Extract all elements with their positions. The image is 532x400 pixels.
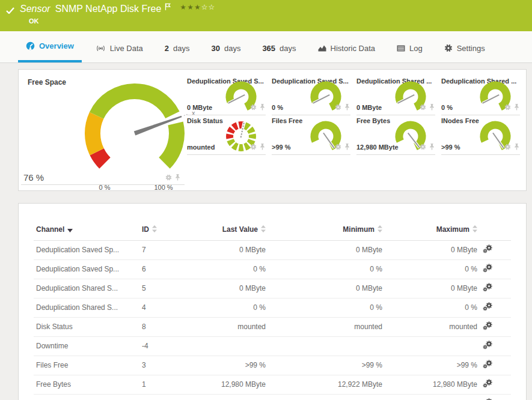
gear-icon (444, 44, 453, 52)
mini-gauge-value: 0 MByte (356, 104, 382, 111)
channel-settings-gears-icon[interactable] (483, 360, 493, 371)
channel-row[interactable]: Deduplication Saved Sp... 7 0 MByte 0 MB… (34, 241, 511, 260)
channel-row[interactable]: Files Free 3 >99 % >99 % >99 % (34, 356, 511, 375)
gauge-pin-icon[interactable] (429, 142, 435, 153)
cell-maximum: mounted (385, 318, 480, 337)
gauge-settings-gear-icon[interactable] (504, 142, 511, 153)
cell-id: 0 (139, 395, 190, 400)
priority-stars[interactable]: ★★★☆☆ (180, 3, 215, 11)
gauge-settings-gear-icon[interactable] (504, 102, 511, 113)
channel-settings-gears-icon[interactable] (483, 379, 493, 390)
channel-settings-gears-icon[interactable] (483, 302, 493, 313)
channel-row[interactable]: Downtime -4 (34, 337, 511, 356)
gauge-settings-gear-icon[interactable] (335, 102, 341, 113)
cell-maximum: 0 % (385, 298, 480, 318)
mini-gauge-value: 12,980 MByte (356, 144, 399, 151)
sensor-kind-label: Sensor (20, 4, 50, 14)
gauge-pin-icon[interactable] (513, 102, 520, 113)
mini-gauge-tile-free-bytes: Free Bytes 12,980 MByte (356, 115, 435, 155)
cell-id: 1 (139, 375, 190, 395)
mini-gauge-title: Disk Status (187, 117, 223, 124)
column-header-maximum[interactable]: Maximum (385, 222, 480, 241)
cell-channel: Files Free (34, 356, 139, 375)
cell-last-value: 76 % (190, 395, 268, 400)
cell-last-value: 0 MByte (190, 279, 268, 298)
gauge-settings-gear-icon[interactable] (420, 102, 426, 113)
cell-id: 6 (139, 260, 190, 279)
sort-icon (152, 225, 157, 234)
mini-gauge-value: 0 % (272, 104, 283, 111)
column-header-channel[interactable]: Channel (34, 222, 139, 241)
column-header-id[interactable]: ID (139, 222, 190, 241)
sort-desc-icon (67, 226, 73, 234)
tab-2-days[interactable]: 2 days (157, 31, 198, 62)
cell-minimum: 0 % (268, 260, 385, 279)
gauge-settings-gear-icon[interactable] (250, 102, 257, 113)
sort-icon (472, 225, 477, 234)
channel-settings-gears-icon[interactable] (483, 264, 493, 274)
tile-divider (441, 154, 520, 155)
channel-row[interactable]: Free Bytes 1 12,980 MByte 12,922 MByte 1… (34, 375, 511, 395)
channel-settings-gears-icon[interactable] (483, 321, 493, 332)
gauge-pin-icon[interactable] (429, 102, 435, 113)
cell-maximum: 12,980 MByte (385, 375, 480, 395)
channel-row[interactable]: Disk Status 8 mounted mounted mounted (34, 318, 511, 337)
priority-flag-icon[interactable] (165, 2, 171, 13)
gauge-settings-gear-icon[interactable] (250, 142, 257, 153)
star-filled-icon: ★ (180, 3, 187, 11)
star-empty-icon: ☆ (208, 3, 215, 11)
cell-minimum (268, 337, 385, 356)
mini-gauge-title: INodes Free (441, 117, 479, 124)
cell-channel: Disk Status (34, 318, 139, 337)
tab-settings[interactable]: Settings (436, 31, 493, 62)
cell-maximum (385, 337, 480, 356)
gauge-pin-icon[interactable] (259, 102, 266, 113)
tab-historic-data[interactable]: Historic Data (310, 31, 383, 62)
channels-panel: Channel ID Last Value Minimum Maximum De… (18, 203, 527, 400)
column-header-minimum[interactable]: Minimum (268, 222, 385, 241)
cell-maximum: >99 % (385, 356, 480, 375)
channels-table: Channel ID Last Value Minimum Maximum De… (34, 222, 511, 400)
tile-divider (356, 154, 435, 155)
cell-last-value: 0 MByte (190, 241, 268, 260)
gauge-pin-icon[interactable] (344, 142, 350, 153)
cell-id: -4 (139, 337, 190, 356)
mini-gauge-tile-deduplication-shared: Deduplication Shared ... 0 MByte (356, 76, 435, 115)
channel-settings-gears-icon[interactable] (483, 283, 493, 294)
cell-last-value (190, 337, 268, 356)
gauge-settings-gear-icon[interactable] (420, 142, 426, 153)
channel-settings-gears-icon[interactable] (483, 341, 493, 351)
star-empty-icon: ☆ (201, 3, 209, 11)
tab-overview[interactable]: Overview (18, 31, 82, 62)
gauge-pin-icon[interactable] (174, 172, 181, 183)
cell-minimum: 0 MByte (268, 241, 385, 260)
cell-id: 7 (139, 241, 190, 260)
channel-row[interactable]: Deduplication Shared S... 4 0 % 0 % 0 % (34, 298, 511, 318)
mini-gauge-tile-deduplication-saved-s: Deduplication Saved S... 0 % (272, 76, 350, 115)
gauge-pin-icon[interactable] (344, 102, 350, 113)
gauge-icon (26, 41, 35, 50)
tab-live-data[interactable]: Live Data (88, 31, 151, 62)
cell-last-value: mounted (190, 318, 268, 337)
ok-checkmark-icon (6, 5, 14, 16)
channel-row[interactable]: Deduplication Shared S... 5 0 MByte 0 MB… (34, 279, 511, 298)
cell-channel: Deduplication Saved Sp... (34, 260, 139, 279)
cell-id: 8 (139, 318, 190, 337)
gauge-pin-icon[interactable] (259, 142, 266, 153)
cell-last-value: 0 % (190, 298, 268, 318)
channel-row[interactable]: Deduplication Saved Sp... 6 0 % 0 % 0 % (34, 260, 511, 279)
channel-settings-gears-icon[interactable] (483, 244, 493, 255)
channel-row[interactable]: Free Space 0 76 % 76 % 76 % (34, 395, 511, 400)
cell-last-value: 0 % (190, 260, 268, 279)
main-gauge-title: Free Space (28, 78, 66, 86)
tab-log[interactable]: Log (389, 31, 430, 62)
mini-gauge-value: mounted (187, 144, 215, 151)
column-header-last-value[interactable]: Last Value (190, 222, 268, 241)
gauges-panel: Free Space x 0 % 100 % 76 % Deduplicatio… (18, 69, 527, 191)
gauge-settings-gear-icon[interactable] (165, 172, 172, 183)
tab-365-days[interactable]: 365 days (254, 31, 304, 62)
gauge-pin-icon[interactable] (513, 142, 520, 153)
sensor-title-row: Sensor SNMP NetApp Disk Free ★★★☆☆ (20, 4, 215, 14)
gauge-settings-gear-icon[interactable] (335, 142, 341, 153)
tab-30-days[interactable]: 30 days (203, 31, 248, 62)
